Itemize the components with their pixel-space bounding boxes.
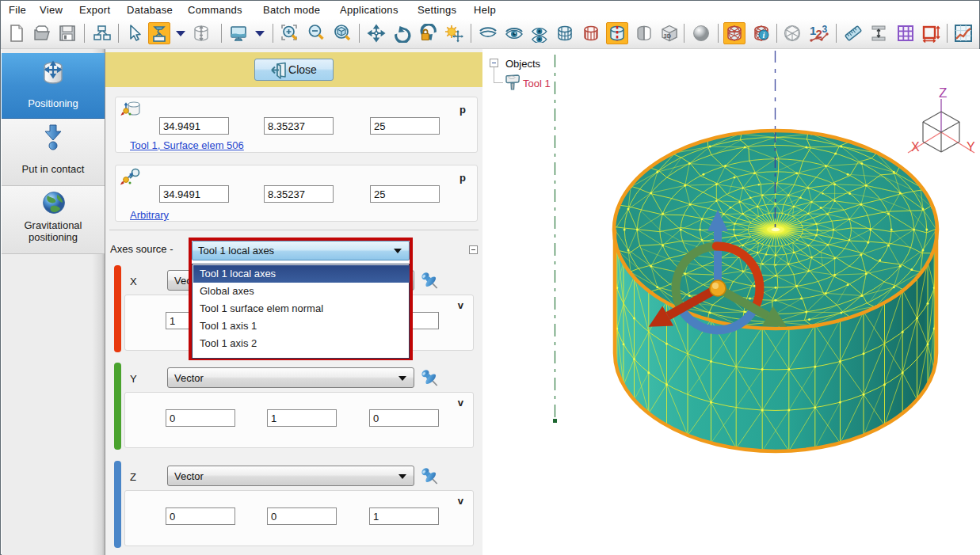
svg-text:i: i — [762, 31, 765, 40]
svg-text:3D: 3D — [664, 32, 672, 40]
